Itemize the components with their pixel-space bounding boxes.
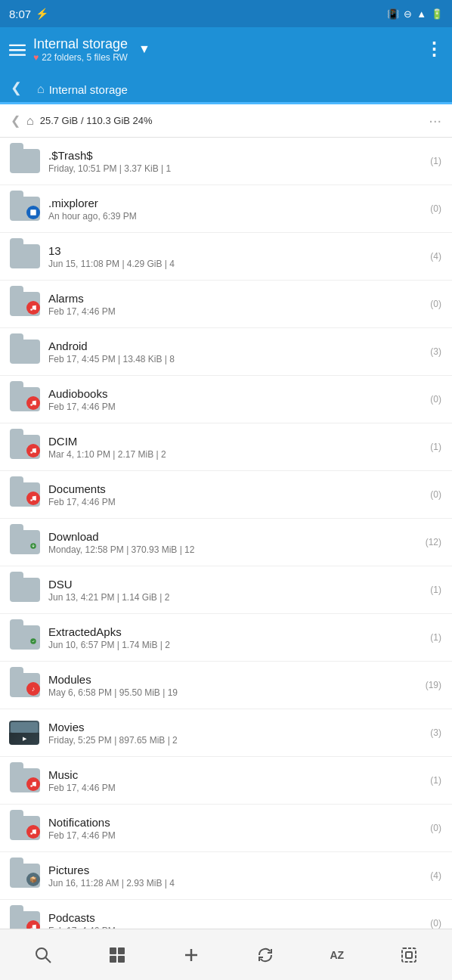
file-name: Music (48, 768, 414, 781)
hamburger-menu-button[interactable] (9, 39, 26, 59)
status-bar-left: 8:07 ⚡ (9, 8, 48, 20)
file-name: ExtractedApks (48, 625, 414, 638)
svg-rect-1 (9, 49, 26, 51)
file-item[interactable]: 13Jun 15, 11:08 PM | 4.29 GiB | 4(4) (0, 233, 452, 281)
svg-point-17 (34, 832, 36, 834)
storage-text: 25.7 GiB / 110.3 GiB 24% (40, 115, 153, 126)
folder-icon (8, 239, 42, 274)
folder-icon: ♪ (8, 668, 42, 702)
grid-view-button[interactable] (99, 940, 135, 970)
file-item[interactable]: DocumentsFeb 17, 4:46 PM(0) (0, 471, 452, 519)
select-button[interactable] (391, 940, 427, 970)
svg-point-14 (30, 785, 33, 787)
svg-rect-3 (30, 209, 36, 216)
file-name: DSU (48, 578, 414, 591)
file-name: Notifications (48, 816, 414, 829)
file-count: (0) (420, 203, 441, 214)
file-meta: Feb 17, 4:46 PM (48, 497, 414, 507)
file-name: 13 (48, 244, 414, 257)
file-item[interactable]: .$Trash$Friday, 10:51 PM | 3.37 KiB | 1(… (0, 138, 452, 185)
svg-point-11 (34, 498, 36, 501)
file-count: (0) (420, 823, 441, 833)
file-name: DCIM (48, 435, 414, 448)
file-name: Android (48, 340, 414, 352)
file-count: (4) (420, 251, 441, 262)
file-item[interactable]: NotificationsFeb 17, 4:46 PM(0) (0, 805, 452, 852)
dropdown-arrow-icon[interactable]: ▼ (138, 42, 150, 56)
file-info: PicturesJun 16, 11:28 AM | 2.93 MiB | 4 (42, 864, 420, 889)
folder-icon (8, 572, 42, 607)
file-count: (1) (420, 632, 441, 643)
file-count: (0) (420, 489, 441, 500)
file-item[interactable]: DownloadMonday, 12:58 PM | 370.93 MiB | … (0, 519, 452, 566)
file-count: (19) (420, 680, 441, 690)
toolbar-subtitle: ♥ 22 folders, 5 files RW (33, 52, 128, 63)
refresh-button[interactable] (247, 940, 283, 970)
breadcrumb-bar: ❮ ⌂ Internal storage (0, 71, 452, 104)
file-item[interactable]: ♪ModulesMay 6, 6:58 PM | 95.50 MiB | 19(… (0, 662, 452, 709)
file-item[interactable]: AlarmsFeb 17, 4:46 PM(0) (0, 281, 452, 328)
file-count: (1) (420, 442, 441, 452)
storage-more-icon[interactable]: ··· (429, 112, 441, 129)
file-meta: Jun 15, 11:08 PM | 4.29 GiB | 4 (48, 259, 414, 269)
file-meta: Mar 4, 1:10 PM | 2.17 MiB | 2 (48, 449, 414, 460)
status-bar: 8:07 ⚡ 📳 ⊖ ▲ 🔋 (0, 0, 452, 27)
file-meta: Jun 10, 6:57 PM | 1.74 MiB | 2 (48, 640, 414, 650)
svg-point-15 (34, 784, 36, 786)
file-item[interactable]: ExtractedApksJun 10, 6:57 PM | 1.74 MiB … (0, 614, 452, 662)
bolt-icon: ⚡ (36, 8, 48, 20)
file-item[interactable]: ▶ MoviesFriday, 5:25 PM | 897.65 MiB | 2… (0, 709, 452, 757)
battery-icon: 🔋 (431, 8, 443, 20)
file-item[interactable]: 📦PicturesJun 16, 11:28 AM | 2.93 MiB | 4… (0, 852, 452, 900)
file-item[interactable]: .mixplorerAn hour ago, 6:39 PM(0) (0, 185, 452, 233)
file-count: (3) (420, 346, 441, 357)
folder-icon (8, 620, 42, 655)
file-item[interactable]: DCIMMar 4, 1:10 PM | 2.17 MiB | 2(1) (0, 423, 452, 471)
file-count: (1) (420, 775, 441, 786)
file-item[interactable]: DSUJun 13, 4:21 PM | 1.14 GiB | 2(1) (0, 566, 452, 614)
file-item[interactable]: AudiobooksFeb 17, 4:46 PM(0) (0, 376, 452, 423)
svg-point-10 (30, 499, 33, 501)
file-count: (0) (420, 394, 441, 405)
svg-point-7 (34, 403, 36, 405)
file-name: Alarms (48, 292, 414, 305)
search-button[interactable] (25, 940, 61, 970)
file-name: Download (48, 530, 414, 543)
svg-point-8 (30, 451, 33, 454)
file-meta: An hour ago, 6:39 PM (48, 211, 414, 222)
sort-button[interactable]: AZ (320, 943, 353, 967)
file-meta: Jun 16, 11:28 AM | 2.93 MiB | 4 (48, 878, 414, 889)
file-info: DownloadMonday, 12:58 PM | 370.93 MiB | … (42, 530, 420, 555)
folder-icon (8, 287, 42, 321)
file-meta: Feb 17, 4:45 PM | 13.48 KiB | 8 (48, 354, 414, 364)
file-item[interactable]: AndroidFeb 17, 4:45 PM | 13.48 KiB | 8(3… (0, 328, 452, 376)
file-info: MoviesFriday, 5:25 PM | 897.65 MiB | 2 (42, 721, 420, 746)
status-bar-right: 📳 ⊖ ▲ 🔋 (387, 8, 443, 20)
file-meta: Monday, 12:58 PM | 370.93 MiB | 12 (48, 544, 414, 555)
file-info: DocumentsFeb 17, 4:46 PM (42, 482, 420, 507)
folder-icon (8, 334, 42, 369)
svg-line-21 (45, 957, 51, 963)
toolbar-title-area: Internal storage ♥ 22 folders, 5 files R… (33, 36, 128, 63)
file-info: AudiobooksFeb 17, 4:46 PM (42, 387, 420, 412)
file-meta: Feb 17, 4:46 PM (48, 306, 414, 317)
svg-rect-23 (118, 947, 125, 954)
file-name: .$Trash$ (48, 149, 414, 162)
file-name: Modules (48, 673, 414, 686)
breadcrumb-item[interactable]: ⌂ Internal storage (29, 76, 135, 104)
add-button[interactable] (173, 940, 209, 970)
back-button[interactable]: ❮ (6, 73, 26, 102)
more-options-button[interactable]: ⋮ (425, 39, 443, 60)
file-name: Audiobooks (48, 387, 414, 400)
svg-rect-29 (406, 952, 412, 958)
breadcrumb-label: Internal storage (49, 83, 128, 96)
file-item[interactable]: MusicFeb 17, 4:46 PM(1) (0, 757, 452, 805)
file-meta: May 6, 6:58 PM | 95.50 MiB | 19 (48, 687, 414, 698)
folder-icon (8, 763, 42, 798)
svg-rect-22 (110, 947, 116, 954)
file-name: Movies (48, 721, 414, 733)
toolbar: Internal storage ♥ 22 folders, 5 files R… (0, 27, 452, 71)
file-name: .mixplorer (48, 197, 414, 209)
file-info: MusicFeb 17, 4:46 PM (42, 768, 420, 793)
file-info: DCIMMar 4, 1:10 PM | 2.17 MiB | 2 (42, 435, 420, 460)
